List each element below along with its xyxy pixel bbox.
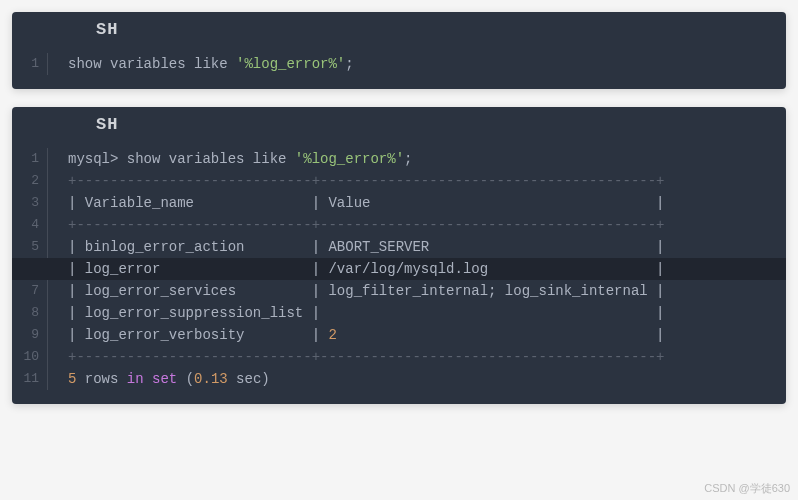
code-block-2: SH 1234567891011 mysql> show variables l… <box>12 107 786 404</box>
line-number: 5 <box>12 236 47 258</box>
line-number: 1 <box>12 148 47 170</box>
line-number: 2 <box>12 170 47 192</box>
line-number: 4 <box>12 214 47 236</box>
code-line[interactable]: | log_error_suppression_list | | <box>68 302 786 324</box>
language-tag: SH <box>96 115 118 134</box>
line-number: 8 <box>12 302 47 324</box>
code-line[interactable]: | log_error_services | log_filter_intern… <box>68 280 786 302</box>
code-lines[interactable]: mysql> show variables like '%log_error%'… <box>48 148 786 390</box>
line-number: 7 <box>12 280 47 302</box>
line-number-gutter: 1 <box>12 53 48 75</box>
code-line[interactable]: +----------------------------+----------… <box>68 170 786 192</box>
line-number: 9 <box>12 324 47 346</box>
code-block-1: SH 1 show variables like '%log_error%'; <box>12 12 786 89</box>
code-line[interactable]: | log_error | /var/log/mysqld.log | <box>48 258 786 280</box>
code-line[interactable]: | Variable_name | Value | <box>68 192 786 214</box>
code-line[interactable]: 5 rows in set (0.13 sec) <box>68 368 786 390</box>
code-line[interactable]: | binlog_error_action | ABORT_SERVER | <box>68 236 786 258</box>
code-body[interactable]: 1234567891011 mysql> show variables like… <box>12 140 786 404</box>
line-number: 10 <box>12 346 47 368</box>
code-block-header: SH <box>12 107 786 140</box>
code-line[interactable]: +----------------------------+----------… <box>68 346 786 368</box>
line-number: 11 <box>12 368 47 390</box>
code-lines[interactable]: show variables like '%log_error%'; <box>48 53 786 75</box>
language-tag: SH <box>96 20 118 39</box>
code-body[interactable]: 1 show variables like '%log_error%'; <box>12 45 786 89</box>
code-line[interactable]: mysql> show variables like '%log_error%'… <box>68 148 786 170</box>
line-number: 3 <box>12 192 47 214</box>
line-number: 1 <box>12 53 47 75</box>
code-line[interactable]: | log_error_verbosity | 2 | <box>68 324 786 346</box>
code-line[interactable]: +----------------------------+----------… <box>68 214 786 236</box>
code-line[interactable]: show variables like '%log_error%'; <box>68 53 786 75</box>
code-block-header: SH <box>12 12 786 45</box>
